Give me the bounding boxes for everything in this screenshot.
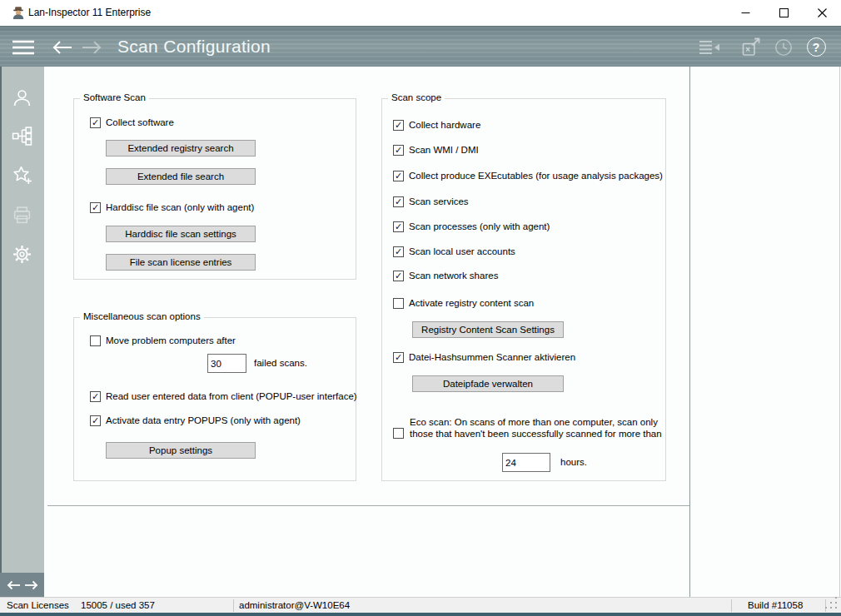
checkbox-scan-local-users[interactable]: ✓ Scan local user accounts	[393, 246, 515, 257]
checkbox-label[interactable]: Read user entered data from client (POPU…	[106, 391, 357, 401]
checkbox-label[interactable]: Scan services	[409, 196, 469, 206]
window-left-edge	[0, 67, 2, 597]
checkbox-collect-software[interactable]: ✓ Collect software	[90, 117, 174, 128]
checkbox-label[interactable]: Datei-Hashsummen Scanner aktivieren	[409, 352, 575, 362]
extended-registry-search-button[interactable]: Extended registry search	[106, 140, 256, 156]
hamburger-menu-icon[interactable]	[12, 27, 35, 67]
group-software-scan: Software Scan ✓ Collect software Extende…	[73, 98, 356, 280]
registry-content-scan-settings-button[interactable]: Registry Content Scan Settings	[412, 321, 564, 338]
checkbox-label[interactable]: Scan processes (only with agent)	[409, 221, 550, 231]
nav-box	[0, 573, 44, 597]
checkbox-label[interactable]: Collect software	[106, 117, 174, 127]
checkbox-label[interactable]: Scan network shares	[409, 271, 498, 281]
group-title: Scan scope	[388, 92, 445, 102]
checkbox-scan-wmi-dmi[interactable]: ✓ Scan WMI / DMI	[393, 144, 479, 156]
checkbox-collect-hardware[interactable]: ✓ Collect hardware	[393, 119, 480, 131]
export-icon[interactable]	[740, 27, 762, 67]
statusbar-divider	[233, 599, 234, 612]
resize-grip[interactable]	[830, 602, 832, 604]
checkbox-label[interactable]: Collect hardware	[409, 120, 480, 130]
history-clock-icon[interactable]	[773, 27, 794, 67]
checkbox-read-user-data[interactable]: ✓ Read user entered data from client (PO…	[90, 390, 357, 402]
group-scan-scope: Scan scope ✓ Collect hardware ✓ Scan WMI…	[381, 98, 666, 481]
extended-file-search-button[interactable]: Extended file search	[106, 168, 256, 185]
content-divider	[47, 505, 689, 506]
file-scan-license-entries-button[interactable]: File scan license entries	[106, 254, 256, 271]
checkbox-harddisc-file-scan[interactable]: ✓ Harddisc file scan (only with agent)	[90, 201, 254, 213]
checkbox-activate-popups[interactable]: ✓ Activate data entry POPUPS (only with …	[90, 415, 301, 426]
hours-label: hours.	[560, 457, 587, 467]
group-title: Miscellaneous scan options	[80, 311, 204, 321]
failed-scans-input[interactable]	[207, 354, 246, 373]
title-bar: Lan-Inspector 11 Enterprise	[0, 0, 841, 26]
statusbar-divider	[825, 599, 826, 612]
checkbox-scan-network-shares[interactable]: ✓ Scan network shares	[393, 270, 498, 281]
logged-in-user: administrator@V-W10E64	[239, 598, 350, 614]
checkbox-label[interactable]: Move problem computers after	[106, 335, 236, 345]
star-add-icon[interactable]	[12, 165, 32, 186]
checkbox-scan-services[interactable]: ✓ Scan services	[393, 196, 469, 207]
nav-back-icon[interactable]	[7, 580, 21, 590]
checkbox-box[interactable]: ✓	[393, 221, 404, 232]
eco-scan-hours-input[interactable]	[502, 453, 550, 472]
checkbox-box[interactable]: ✓	[90, 202, 101, 213]
checkbox-box[interactable]: ✓	[393, 171, 404, 181]
checkbox-collect-executables[interactable]: ✓ Collect produce EXEcutables (for usage…	[393, 170, 663, 181]
dateipfade-verwalten-button[interactable]: Dateipfade verwalten	[412, 375, 564, 392]
network-topology-icon[interactable]	[12, 126, 32, 147]
checkbox-activate-registry-scan[interactable]: Activate registry content scan	[393, 297, 534, 309]
window-bottom-edge	[0, 613, 841, 616]
nav-forward-icon[interactable]	[24, 580, 38, 590]
checkbox-box[interactable]	[90, 335, 101, 346]
help-glyph: ?	[813, 41, 820, 54]
checkbox-box[interactable]: ✓	[393, 352, 404, 363]
checkbox-box[interactable]: ✓	[90, 415, 101, 426]
failed-scans-label: failed scans.	[254, 358, 307, 368]
printer-icon[interactable]	[12, 205, 32, 226]
checkbox-label[interactable]: Collect produce EXEcutables (for usage a…	[409, 171, 663, 181]
header-bar: Scan Configuration ?	[0, 26, 841, 67]
page-title: Scan Configuration	[117, 27, 271, 67]
checkbox-label[interactable]: Scan local user accounts	[409, 246, 515, 256]
checkbox-label[interactable]: Activate data entry POPUPS (only with ag…	[106, 415, 301, 425]
eco-scan-label[interactable]: Eco scan: On scans of more than one comp…	[410, 416, 678, 440]
checkbox-box[interactable]	[393, 298, 404, 309]
checkbox-box[interactable]: ✓	[393, 120, 404, 131]
checkbox-move-problem-computers[interactable]: Move problem computers after	[90, 335, 236, 346]
group-misc-scan-options: Miscellaneous scan options Move problem …	[73, 317, 356, 481]
harddisc-file-scan-settings-button[interactable]: Harddisc file scan settings	[106, 226, 256, 242]
checkbox-label[interactable]: Activate registry content scan	[409, 298, 534, 308]
checkbox-box[interactable]: ✓	[393, 145, 404, 156]
group-title: Software Scan	[80, 92, 149, 102]
user-icon[interactable]	[12, 87, 32, 108]
log-list-icon[interactable]	[698, 27, 721, 67]
panel-divider	[689, 67, 690, 597]
checkbox-box[interactable]: ✓	[393, 271, 404, 281]
maximize-icon[interactable]	[764, 0, 803, 26]
statusbar-divider	[731, 599, 732, 612]
back-arrow-icon[interactable]	[51, 27, 72, 67]
scan-licenses-label: Scan Licenses	[7, 598, 69, 614]
settings-gear-icon[interactable]	[12, 244, 32, 265]
popup-settings-button[interactable]: Popup settings	[106, 442, 256, 459]
checkbox-box[interactable]: ✓	[90, 391, 101, 402]
minimize-icon[interactable]	[726, 0, 764, 26]
app-window: Lan-Inspector 11 Enterprise Scan Configu…	[0, 0, 841, 616]
window-right-edge	[839, 67, 840, 614]
checkbox-scan-processes[interactable]: ✓ Scan processes (only with agent)	[393, 221, 550, 232]
checkbox-datei-hashsummen[interactable]: ✓ Datei-Hashsummen Scanner aktivieren	[393, 351, 575, 363]
window-title: Lan-Inspector 11 Enterprise	[28, 0, 151, 26]
scan-licenses-value: 15005 / used 357	[81, 598, 155, 614]
checkbox-box[interactable]: ✓	[393, 246, 404, 257]
build-number: Build #11058	[748, 598, 803, 614]
checkbox-box[interactable]: ✓	[90, 117, 101, 128]
checkbox-label[interactable]: Scan WMI / DMI	[409, 145, 479, 155]
close-icon[interactable]	[803, 0, 841, 26]
status-bar: Scan Licenses 15005 / used 357 administr…	[0, 597, 841, 613]
checkbox-eco-scan[interactable]	[393, 428, 404, 439]
checkbox-label[interactable]: Harddisc file scan (only with agent)	[106, 202, 254, 212]
app-icon	[11, 5, 26, 20]
help-icon[interactable]: ?	[806, 27, 826, 67]
forward-arrow-icon[interactable]	[81, 27, 102, 67]
checkbox-box[interactable]: ✓	[393, 196, 404, 207]
